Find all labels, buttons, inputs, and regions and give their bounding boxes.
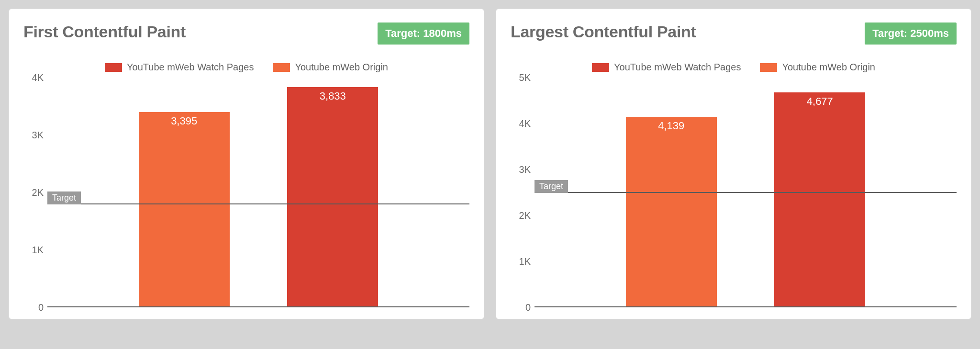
target-badge: Target: 2500ms [865,23,957,45]
card-header: Largest Contentful Paint Target: 2500ms [511,23,957,45]
bar: 4,677 [774,92,865,306]
y-axis: 01K2K3K4K5K [511,78,535,307]
legend-swatch-icon [592,63,609,72]
card-header: First Contentful Paint Target: 1800ms [23,23,469,45]
bar-value-label: 4,677 [774,95,865,108]
target-line: Target [47,203,469,204]
legend: YouTube mWeb Watch Pages Youtube mWeb Or… [23,62,469,73]
chart-title: Largest Contentful Paint [511,23,696,41]
plot-area: 01K2K3K4K 3,395 3,833 Target [23,78,469,307]
y-tick-label: 1K [519,256,531,267]
y-tick-label: 2K [519,210,531,221]
target-line-label: Target [535,180,568,193]
target-badge: Target: 1800ms [378,23,469,45]
legend-swatch-icon [105,63,122,72]
y-tick-label: 3K [32,130,44,141]
legend-label: YouTube mWeb Watch Pages [127,62,254,73]
legend-item: YouTube mWeb Watch Pages [105,62,254,73]
plot: 4,139 4,677 Target [535,78,957,307]
bar: 4,139 [626,117,717,306]
chart-title: First Contentful Paint [23,23,186,41]
bar-value-label: 4,139 [626,120,717,132]
legend-swatch-icon [273,63,290,72]
legend: YouTube mWeb Watch Pages Youtube mWeb Or… [511,62,957,73]
legend-label: YouTube mWeb Watch Pages [614,62,741,73]
y-tick-label: 4K [32,72,44,83]
chart-card-lcp: Largest Contentful Paint Target: 2500ms … [496,9,971,319]
chart-cards: First Contentful Paint Target: 1800ms Yo… [9,9,971,319]
bar-value-label: 3,833 [287,90,378,102]
legend-item: Youtube mWeb Origin [760,62,875,73]
legend-label: Youtube mWeb Origin [782,62,875,73]
y-tick-label: 3K [519,164,531,175]
y-tick-label: 0 [525,302,531,313]
chart-card-fcp: First Contentful Paint Target: 1800ms Yo… [9,9,484,319]
y-tick-label: 5K [519,72,531,83]
legend-item: YouTube mWeb Watch Pages [592,62,741,73]
plot: 3,395 3,833 Target [47,78,469,307]
y-axis: 01K2K3K4K [23,78,47,307]
bar: 3,833 [287,87,378,306]
y-tick-label: 0 [38,302,44,313]
target-line-label: Target [47,191,81,204]
legend-swatch-icon [760,63,777,72]
target-line: Target [535,192,957,193]
legend-label: Youtube mWeb Origin [295,62,388,73]
bar-value-label: 3,395 [139,115,230,127]
plot-area: 01K2K3K4K5K 4,139 4,677 Target [511,78,957,307]
y-tick-label: 1K [32,245,44,256]
y-tick-label: 4K [519,118,531,129]
bars: 3,395 3,833 [47,78,469,306]
legend-item: Youtube mWeb Origin [273,62,388,73]
bar: 3,395 [139,112,230,306]
y-tick-label: 2K [32,187,44,198]
